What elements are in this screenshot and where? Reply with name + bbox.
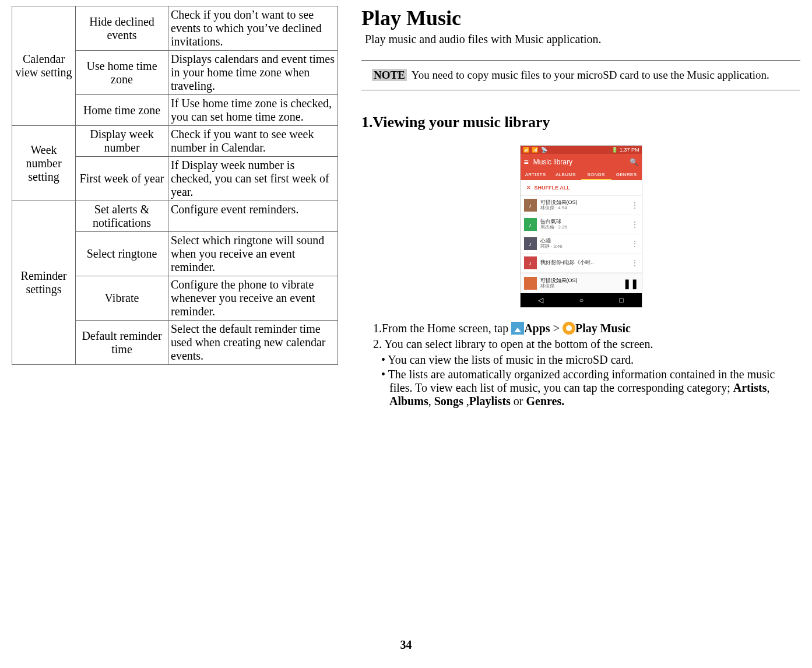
song-sub: 周杰倫 · 3:35 [540,225,628,230]
album-art: ♪ [524,237,537,250]
setting-name: Default reminder time [76,321,168,365]
setting-name: Hide declined events [76,6,168,51]
note-block: NOTEYou need to copy music files to your… [361,60,800,90]
bullet: • You can view the lists of music in the… [381,353,800,367]
phone-screenshot: 📶 📶 📡 🔋 1:37 PM ≡ Music library 🔍 ARTIST… [520,145,642,308]
setting-name: Set alerts & notifications [76,201,168,232]
hamburger-icon[interactable]: ≡ [524,157,529,167]
play-music-icon [563,322,575,335]
song-sub: 郭靜 · 3:46 [540,244,628,249]
setting-desc: Configure the phone to vibrate whenever … [168,276,338,321]
instructions: 1.From the Home screen, tap Apps > Play … [373,322,800,408]
status-bar: 📶 📶 📡 🔋 1:37 PM [521,146,642,154]
shuffle-icon: ✕ [526,185,531,191]
list-item[interactable]: ♪ 心牆郭靜 · 3:46 ⋮ [521,234,642,254]
tab-artists[interactable]: ARTISTS [521,170,551,180]
more-icon[interactable]: ⋮ [631,259,638,267]
section-heading: 1.Viewing your music library [361,114,800,131]
album-art: ♪ [524,256,537,269]
list-item[interactable]: ♪ 可惜没如果(OS)林俊傑 · 4:54 ⋮ [521,196,642,215]
setting-desc: Configure event reminders. [168,201,338,232]
album-art: ♪ [524,199,537,212]
setting-name: Vibrate [76,276,168,321]
song-title: 我好想你-(电影《小时.. [540,260,628,266]
recents-icon[interactable]: □ [620,296,624,304]
intro-text: Play music and audio files with Music ap… [365,33,800,46]
status-icons: 📶 📶 📡 [523,147,548,153]
setting-name: First week of year [76,157,168,201]
song-sub: 林俊傑 · 4:54 [540,206,628,211]
setting-desc: If Display week number is checked, you c… [168,157,338,201]
bullet: • The lists are automatically organized … [381,368,800,408]
step-1: 1.From the Home screen, tap Apps > Play … [373,322,800,335]
back-icon[interactable]: ◁ [538,296,543,304]
setting-desc: Select which ringtone will sound when yo… [168,232,338,276]
setting-name: Display week number [76,126,168,157]
setting-name: Select ringtone [76,232,168,276]
setting-desc: Check if you want to see week number in … [168,126,338,157]
album-art: ♪ [524,218,537,231]
app-bar: ≡ Music library 🔍 [521,154,642,170]
setting-desc: Select the default reminder time used wh… [168,321,338,365]
more-icon[interactable]: ⋮ [631,240,638,248]
page-title: Play Music [361,6,800,30]
tab-genres[interactable]: GENRES [611,170,642,180]
search-icon[interactable]: 🔍 [630,158,638,166]
shuffle-all[interactable]: ✕ SHUFFLE ALL [521,180,642,196]
shuffle-label: SHUFFLE ALL [535,185,570,191]
list-item[interactable]: ♪ 我好想你-(电影《小时.. ⋮ [521,254,642,273]
category-cell: Calendar view setting [12,6,76,126]
setting-desc: If Use home time zone is checked, you ca… [168,95,338,126]
status-time: 🔋 1:37 PM [611,147,639,153]
setting-name: Use home time zone [76,51,168,95]
tab-songs[interactable]: SONGS [581,170,611,180]
home-icon[interactable]: ○ [579,296,583,304]
more-icon[interactable]: ⋮ [631,201,638,209]
now-playing-bar[interactable]: 可惜没如果(OS)林俊傑 ❚❚ [521,273,642,293]
more-icon[interactable]: ⋮ [631,220,638,228]
note-label: NOTE [372,69,407,81]
tabs: ARTISTS ALBUMS SONGS GENRES [521,170,642,180]
tab-albums[interactable]: ALBUMS [551,170,581,180]
pause-icon[interactable]: ❚❚ [623,278,638,289]
appbar-title: Music library [533,158,572,166]
step-2: 2. You can select library to open at the… [373,337,800,351]
android-navbar: ◁ ○ □ [521,293,642,307]
apps-icon [511,322,524,335]
album-art [524,277,537,290]
setting-desc: Displays calendars and event times in yo… [168,51,338,95]
note-text: You need to copy music files to your mic… [412,69,769,81]
now-sub: 林俊傑 [540,284,620,289]
settings-table: Calendar view setting Hide declined even… [12,6,338,365]
category-cell: Reminder settings [12,201,76,365]
list-item[interactable]: ♪ 告白氣球周杰倫 · 3:35 ⋮ [521,215,642,234]
page-number: 34 [0,638,812,652]
setting-desc: Check if you don’t want to see events to… [168,6,338,51]
category-cell: Week number setting [12,126,76,201]
setting-name: Home time zone [76,95,168,126]
